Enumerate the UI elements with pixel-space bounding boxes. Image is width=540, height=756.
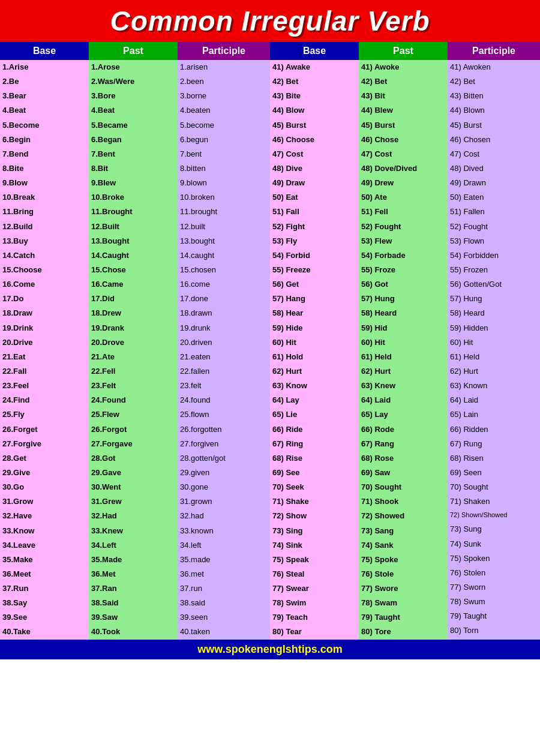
list-item: 50) Eaten [448, 190, 540, 205]
list-item: 38.Said [89, 596, 178, 610]
list-item: 15.Choose [0, 263, 89, 277]
list-item: 18.Draw [0, 306, 89, 320]
list-item: 76) Stolen [448, 566, 540, 580]
header-row: Base Past Participle Base Past Participl… [0, 42, 540, 60]
list-item: 10.Break [0, 190, 89, 205]
list-item: 61) Hold [270, 350, 359, 364]
list-item: 56) Get [270, 277, 359, 292]
list-item: 64) Lay [270, 393, 359, 407]
list-item: 53) Flown [448, 234, 540, 248]
list-item: 22.Fall [0, 364, 89, 379]
list-item: 22.fallen [178, 364, 270, 379]
list-item: 30.gone [178, 480, 270, 494]
col-base-right: 41) Awake42) Bet43) Bite44) Blow45) Burs… [270, 60, 359, 640]
list-item: 27.Forgive [0, 437, 89, 451]
list-item: 48) Dive [270, 161, 359, 176]
list-item: 29.given [178, 466, 270, 480]
list-item: 45) Burst [359, 118, 448, 133]
list-item: 51) Fell [359, 205, 448, 219]
list-item: 22.Fell [89, 364, 178, 379]
list-item: 47) Cost [270, 147, 359, 161]
list-item: 9.Blow [0, 176, 89, 190]
list-item: 20.Drove [89, 335, 178, 350]
list-item: 78) Swim [270, 596, 359, 610]
list-item: 1.arisen [178, 60, 270, 74]
list-item: 77) Swear [270, 581, 359, 596]
title-bar: Common Irregular Verb [0, 0, 540, 42]
list-item: 15.chosen [178, 263, 270, 277]
list-item: 38.said [178, 596, 270, 610]
header-base-left: Base [0, 42, 89, 60]
list-item: 21.eaten [178, 350, 270, 364]
list-item: 15.Chose [89, 263, 178, 277]
list-item: 42) Bet [448, 74, 540, 89]
list-item: 1.Arose [89, 60, 178, 74]
list-item: 26.forgotten [178, 422, 270, 437]
list-item: 2.been [178, 74, 270, 89]
list-item: 36.Met [89, 567, 178, 581]
list-item: 36.met [178, 567, 270, 581]
list-item: 26.Forgot [89, 422, 178, 437]
list-item: 42) Bet [270, 74, 359, 89]
list-item: 43) Bit [359, 89, 448, 103]
list-item: 67) Ring [270, 437, 359, 451]
list-item: 54) Forbid [270, 248, 359, 263]
list-item: 23.Felt [89, 379, 178, 393]
list-item: 4.beaten [178, 103, 270, 118]
list-item: 67) Rung [448, 437, 540, 451]
list-item: 25.Flew [89, 407, 178, 422]
list-item: 56) Got [359, 277, 448, 292]
list-item: 6.Begin [0, 133, 89, 147]
list-item: 3.borne [178, 89, 270, 103]
list-item: 23.felt [178, 379, 270, 393]
list-item: 6.begun [178, 133, 270, 147]
list-item: 61) Held [448, 350, 540, 364]
list-item: 68) Risen [448, 451, 540, 466]
list-item: 10.broken [178, 190, 270, 205]
list-item: 80) Torn [448, 623, 540, 638]
list-item: 66) Ride [270, 422, 359, 437]
list-item: 44) Blown [448, 103, 540, 118]
list-item: 47) Cost [359, 147, 448, 161]
list-item: 17.Do [0, 292, 89, 306]
list-item: 12.built [178, 220, 270, 234]
list-item: 28.Get [0, 451, 89, 466]
content-area: 1.Arise2.Be3.Bear4.Beat5.Become6.Begin7.… [0, 60, 540, 640]
list-item: 46) Chosen [448, 133, 540, 147]
list-item: 31.Grew [89, 494, 178, 509]
list-item: 75) Spoken [448, 551, 540, 566]
list-item: 72) Showed [359, 509, 448, 523]
list-item: 58) Hear [270, 306, 359, 320]
list-item: 52) Fought [359, 220, 448, 234]
list-item: 47) Cost [448, 147, 540, 161]
list-item: 70) Sought [448, 480, 540, 494]
list-item: 63) Knew [359, 379, 448, 393]
list-item: 68) Rise [270, 451, 359, 466]
list-item: 41) Awoken [448, 60, 540, 74]
list-item: 25.Fly [0, 407, 89, 422]
list-item: 46) Choose [270, 133, 359, 147]
list-item: 63) Know [270, 379, 359, 393]
list-item: 2.Be [0, 74, 89, 89]
list-item: 31.grown [178, 494, 270, 509]
list-item: 25.flown [178, 407, 270, 422]
list-item: 7.Bend [0, 147, 89, 161]
list-item: 6.Began [89, 133, 178, 147]
list-item: 68) Rose [359, 451, 448, 466]
list-item: 71) Shaken [448, 494, 540, 509]
list-item: 11.brought [178, 205, 270, 219]
list-item: 62) Hurt [359, 364, 448, 379]
list-item: 43) Bitten [448, 89, 540, 103]
list-item: 78) Swam [359, 596, 448, 610]
list-item: 27.Forgave [89, 437, 178, 451]
list-item: 49) Draw [270, 176, 359, 190]
list-item: 27.forgiven [178, 437, 270, 451]
list-item: 52) Fight [270, 220, 359, 234]
list-item: 49) Drawn [448, 176, 540, 190]
header-past-right: Past [359, 42, 448, 60]
list-item: 48) Dove/Dived [359, 161, 448, 176]
list-item: 5.Became [89, 118, 178, 133]
list-item: 24.found [178, 393, 270, 407]
list-item: 7.Bent [89, 147, 178, 161]
list-item: 2.Was/Were [89, 74, 178, 89]
